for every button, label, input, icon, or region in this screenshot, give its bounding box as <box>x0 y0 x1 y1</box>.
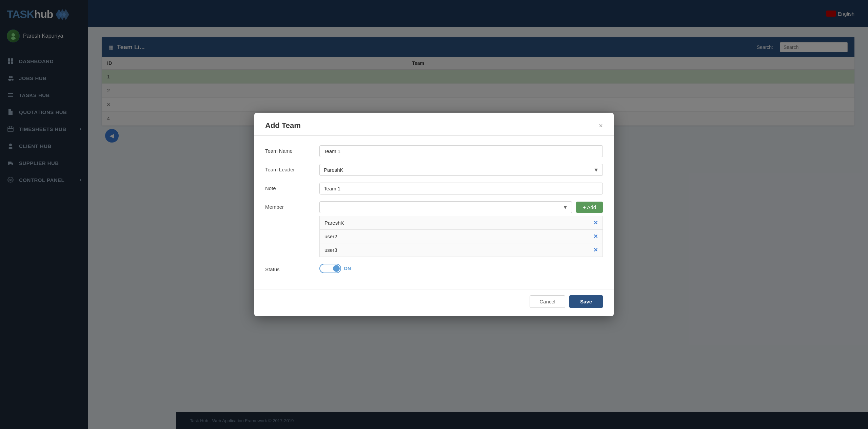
status-label: Status <box>265 264 319 272</box>
toggle-slider <box>319 264 341 273</box>
status-toggle-wrap: ON <box>319 264 603 273</box>
list-item: user2 ✕ <box>319 230 603 243</box>
team-leader-select[interactable]: PareshK <box>319 164 603 176</box>
close-button[interactable]: × <box>599 122 603 129</box>
member-name: user3 <box>324 247 337 253</box>
status-wrap: ON <box>319 264 603 273</box>
modal-overlay: Add Team × Team Name Team Leader PareshK… <box>0 0 868 429</box>
member-add-row: ▼ + Add <box>319 201 603 213</box>
member-label: Member <box>265 201 319 210</box>
member-name: user2 <box>324 234 337 239</box>
team-name-row: Team Name <box>265 145 603 157</box>
status-toggle[interactable] <box>319 264 341 273</box>
add-team-modal: Add Team × Team Name Team Leader PareshK… <box>254 113 614 316</box>
team-leader-label: Team Leader <box>265 164 319 172</box>
note-label: Note <box>265 183 319 191</box>
member-row: Member ▼ + Add PareshK <box>265 201 603 257</box>
list-item: user3 ✕ <box>319 243 603 257</box>
team-leader-wrap: PareshK ▼ <box>319 164 603 176</box>
status-on-label: ON <box>344 266 351 271</box>
modal-header: Add Team × <box>254 113 614 136</box>
member-wrap: ▼ + Add PareshK ✕ user2 ✕ <box>319 201 603 257</box>
note-row: Note <box>265 183 603 194</box>
list-item: PareshK ✕ <box>319 216 603 230</box>
remove-member-button[interactable]: ✕ <box>593 233 598 240</box>
modal-title: Add Team <box>265 121 301 130</box>
team-leader-row: Team Leader PareshK ▼ <box>265 164 603 176</box>
member-select[interactable] <box>319 201 572 213</box>
modal-footer: Cancel Save <box>254 290 614 316</box>
team-name-input[interactable] <box>319 145 603 157</box>
save-button[interactable]: Save <box>569 295 603 308</box>
note-wrap <box>319 183 603 194</box>
cancel-button[interactable]: Cancel <box>530 295 565 308</box>
remove-member-button[interactable]: ✕ <box>593 247 598 253</box>
team-name-wrap <box>319 145 603 157</box>
modal-body: Team Name Team Leader PareshK ▼ Note <box>254 136 614 290</box>
note-input[interactable] <box>319 183 603 194</box>
member-select-wrap: ▼ <box>319 201 572 213</box>
status-row: Status ON <box>265 264 603 273</box>
add-member-button[interactable]: + Add <box>576 202 603 213</box>
member-name: PareshK <box>324 220 344 226</box>
member-list: PareshK ✕ user2 ✕ user3 ✕ <box>319 216 603 257</box>
team-name-label: Team Name <box>265 145 319 154</box>
remove-member-button[interactable]: ✕ <box>593 220 598 226</box>
